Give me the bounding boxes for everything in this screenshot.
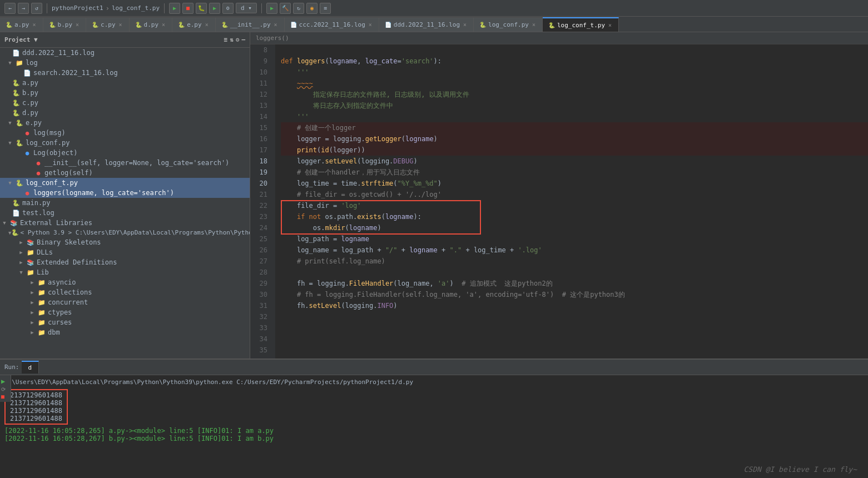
binary-skeletons-arrow: ▶	[17, 240, 26, 245]
sidebar-item-ddd-log[interactable]: 📄 ddd.2022_11_16.log	[0, 48, 250, 58]
sidebar-item-main-py[interactable]: 🐍 main.py	[0, 198, 250, 208]
run-btn[interactable]: ▶	[266, 3, 277, 14]
sidebar-item-loggers[interactable]: ● loggers(logname, log_cate='search')	[0, 188, 250, 198]
tab-icon-a-py: 🐍	[6, 22, 12, 28]
sidebar-close-icon[interactable]: —	[241, 36, 245, 43]
sidebar-item-label-d-py: d.py	[22, 109, 38, 117]
tab-e-py[interactable]: 🐍 e.py ×	[172, 17, 216, 32]
tab-init-py[interactable]: 🐍 __init__.py ×	[216, 17, 285, 32]
tab-close-e-py[interactable]: ×	[204, 21, 210, 28]
sidebar-item-curses[interactable]: ▶ 📁 curses	[0, 317, 250, 327]
more-icon[interactable]: ≡	[320, 3, 331, 14]
line-num-20: 20	[250, 178, 271, 189]
sidebar-item-getlog[interactable]: ● getlog(self)	[0, 168, 250, 178]
run-green-icon[interactable]: ▶	[1, 377, 9, 385]
collections-arrow: ▶	[28, 290, 37, 295]
tab-a-py[interactable]: 🐍 a.py ×	[0, 17, 43, 32]
tab-close-init-py[interactable]: ×	[273, 21, 279, 28]
sidebar-item-e-py[interactable]: ▼ 🐍 e.py	[0, 118, 250, 128]
tab-close-log-conf-py[interactable]: ×	[531, 21, 537, 28]
profile-icon[interactable]: ◉	[306, 3, 318, 14]
build-icon[interactable]: 🔨	[280, 3, 291, 14]
tab-label-c-py: c.py	[101, 21, 116, 28]
code-line-27: # print(self.log_name)	[281, 256, 868, 267]
run-output[interactable]: C:\Users\EDY\AppData\Local\Programs\Pyth…	[0, 375, 868, 478]
sidebar-item-dbm[interactable]: ▶ 📁 dbm	[0, 327, 250, 337]
tab-close-b-py[interactable]: ×	[75, 21, 80, 28]
ext-libs-arrow: ▼	[0, 220, 9, 226]
sidebar-item-label-a-py: a.py	[22, 79, 38, 87]
code-line-12: 指定保存日志的文件路径, 日志级别, 以及调用文件	[281, 89, 868, 100]
tab-b-py[interactable]: 🐍 b.py ×	[43, 17, 87, 32]
sidebar-item-log-folder[interactable]: ▼ 📁 log	[0, 58, 250, 68]
debug-icon[interactable]: 🐛	[196, 3, 207, 14]
sidebar-item-test-log[interactable]: 📄 test.log	[0, 208, 250, 218]
tab-ddd-log[interactable]: 📄 ddd.2022_11_16.log ×	[379, 17, 474, 32]
run-command: C:\Users\EDY\AppData\Local\Programs\Pyth…	[4, 377, 864, 387]
run-tab-d[interactable]: d	[22, 361, 39, 374]
sidebar-settings-icon[interactable]: ⚙	[236, 36, 240, 43]
bottom-tabs: Run: d	[0, 360, 868, 375]
sidebar-collapse-icon[interactable]: ≡	[224, 36, 228, 43]
sidebar-item-binary-skeletons[interactable]: ▶ 📚 Binary Skeletons	[0, 237, 250, 247]
sidebar-item-log-conf-t-py[interactable]: ▼ 🐍 log_conf_t.py	[0, 178, 250, 188]
tab-close-c-py[interactable]: ×	[118, 21, 123, 28]
line-num-18: 18	[250, 156, 271, 167]
back-icon[interactable]: ←	[4, 3, 16, 14]
reload-icon[interactable]: ↻	[293, 3, 304, 14]
sidebar-item-log-conf-py[interactable]: ▼ 🐍 log_conf.py	[0, 138, 250, 148]
tab-label-init-py: __init__.py	[230, 21, 271, 28]
sidebar-item-concurrent[interactable]: ▶ 📁 concurrent	[0, 297, 250, 307]
tab-c-py[interactable]: 🐍 c.py ×	[86, 17, 130, 32]
tab-close-a-py[interactable]: ×	[32, 21, 37, 28]
run-icon[interactable]: ▶	[169, 3, 180, 14]
sidebar-item-d-py[interactable]: 🐍 d.py	[0, 108, 250, 118]
sidebar-item-dlls[interactable]: ▶ 📁 DLLs	[0, 247, 250, 257]
settings-icon[interactable]: ⚙	[222, 3, 234, 14]
editor-content[interactable]: 8 9 10 11 12 13 14 15 16 17 18 19 20 21 …	[250, 44, 868, 359]
log-msg-icon: ●	[22, 130, 32, 137]
sidebar-content[interactable]: 📄 ddd.2022_11_16.log ▼ 📁 log 📄 search.20…	[0, 48, 250, 359]
sidebar-item-ctypes[interactable]: ▶ 📁 ctypes	[0, 307, 250, 317]
line-num-14: 14	[250, 111, 271, 122]
stop-bottom-icon[interactable]: ■	[1, 394, 9, 400]
sidebar-item-search-log[interactable]: 📄 search.2022_11_16.log	[0, 68, 250, 78]
tab-close-log-conf-t-py[interactable]: ×	[607, 22, 613, 29]
run-config-btn[interactable]: d ▾	[236, 3, 257, 13]
code-area[interactable]: def loggers(logname, log_cate='search'):…	[275, 44, 868, 359]
sidebar-item-external-libs[interactable]: ▼ 📚 External Libraries	[0, 218, 250, 228]
sidebar-item-c-py[interactable]: 🐍 c.py	[0, 98, 250, 108]
tab-ccc-log[interactable]: 📄 ccc.2022_11_16.log ×	[285, 17, 379, 32]
stop-icon[interactable]: ■	[182, 3, 194, 14]
sidebar-item-b-py[interactable]: 🐍 b.py	[0, 88, 250, 98]
rerun-icon[interactable]: ⟳	[1, 386, 9, 392]
tab-close-ccc-log[interactable]: ×	[368, 21, 373, 28]
forward-icon[interactable]: →	[18, 3, 29, 14]
sidebar-item-asyncio[interactable]: ▶ 📁 asyncio	[0, 277, 250, 287]
resume-icon[interactable]: ▶	[209, 3, 220, 14]
tab-log-conf-t-py[interactable]: 🐍 log_conf_t.py ×	[543, 17, 619, 32]
sidebar-item-log-object[interactable]: ● Log(object)	[0, 148, 250, 158]
line-num-33: 33	[250, 322, 271, 333]
code-line-18: logger.setLevel(logging.DEBUG)	[281, 156, 868, 167]
sidebar-item-extended-definitions[interactable]: ▶ 📚 Extended Definitions	[0, 257, 250, 267]
sidebar-item-lib[interactable]: ▼ 📁 Lib	[0, 267, 250, 277]
asyncio-icon: 📁	[37, 279, 47, 286]
sidebar-sort-icon[interactable]: ⇅	[230, 36, 234, 43]
run-command-text: C:\Users\EDY\AppData\Local\Programs\Pyth…	[4, 379, 413, 386]
sidebar-item-log-msg[interactable]: ● log(msg)	[0, 128, 250, 138]
sidebar-item-a-py[interactable]: 🐍 a.py	[0, 78, 250, 88]
tab-close-d-py[interactable]: ×	[161, 21, 166, 28]
tab-label-log-conf-py: log_conf.py	[488, 21, 529, 28]
c-py-icon: 🐍	[11, 99, 21, 107]
refresh-icon[interactable]: ↺	[31, 3, 42, 14]
tab-close-ddd-log[interactable]: ×	[462, 21, 468, 28]
sidebar-item-collections[interactable]: ▶ 📁 collections	[0, 287, 250, 297]
tab-label-ddd-log: ddd.2022_11_16.log	[394, 21, 460, 28]
tab-log-conf-py[interactable]: 🐍 log_conf.py ×	[474, 17, 543, 32]
file-label: log_conf_t.py	[112, 4, 160, 12]
sidebar-item-init-method[interactable]: ● __init__(self, logger=None, log_cate='…	[0, 158, 250, 168]
sidebar-item-python39[interactable]: ▼ 🐍 < Python 3.9 > C:\Users\EDY\AppData\…	[0, 228, 250, 237]
code-line-13: 将日志存入到指定的文件中	[281, 100, 868, 111]
tab-d-py[interactable]: 🐍 d.py ×	[130, 17, 173, 32]
